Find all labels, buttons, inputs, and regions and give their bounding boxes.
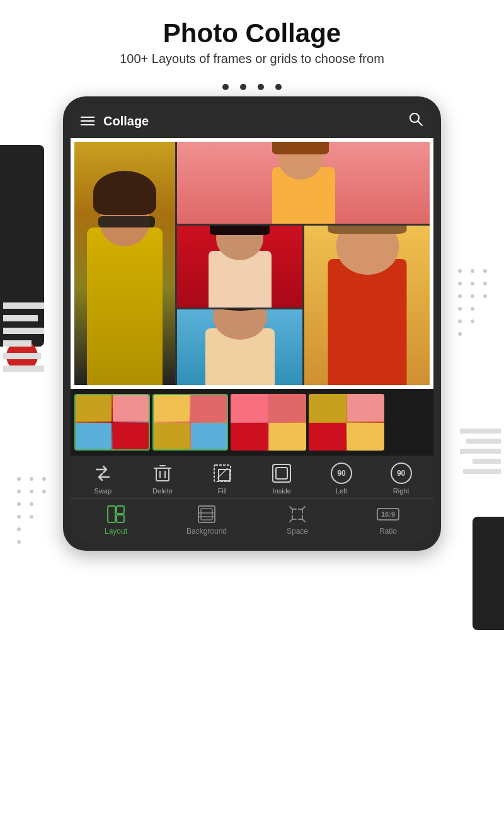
space-label: Space <box>287 527 308 536</box>
thumbnail-3[interactable] <box>231 394 306 451</box>
app-bar-left: Collage <box>81 114 149 129</box>
search-button[interactable] <box>408 112 423 130</box>
collage-cell-1[interactable] <box>74 142 175 385</box>
hamburger-line-2 <box>81 120 94 122</box>
svg-rect-45 <box>276 468 287 479</box>
rotate-right-tool[interactable]: 90 Right <box>382 462 420 495</box>
fill-tool[interactable]: Fill <box>203 462 241 495</box>
nav-layout[interactable]: Layout <box>91 504 141 536</box>
fill-icon <box>211 462 234 485</box>
page-root: Photo Collage 100+ Layouts of frames or … <box>0 0 504 840</box>
inside-tool[interactable]: Inside <box>263 462 301 495</box>
page-wrapper: Photo Collage 100+ Layouts of frames or … <box>0 0 504 551</box>
layout-icon <box>106 504 126 524</box>
collage-cell-4[interactable] <box>304 226 430 385</box>
dot-4[interactable] <box>275 84 282 90</box>
rotate-left-label: Left <box>336 487 347 495</box>
thumbnails-row <box>71 389 433 456</box>
right-badge: 90 <box>391 463 412 484</box>
svg-rect-48 <box>117 515 124 522</box>
page-title: Photo Collage <box>13 19 491 48</box>
dots-indicator <box>222 84 282 90</box>
bottom-nav: Layout Background <box>71 498 433 543</box>
delete-tool[interactable]: Delete <box>144 462 181 495</box>
swap-label: Swap <box>94 487 112 495</box>
rotate-right-label: Right <box>393 487 410 495</box>
swap-icon <box>91 462 114 485</box>
svg-rect-50 <box>201 509 212 520</box>
ratio-icon: 16:9 <box>378 504 398 524</box>
rotate-left-tool[interactable]: 90 Left <box>323 462 360 495</box>
delete-icon <box>151 462 174 485</box>
nav-space[interactable]: Space <box>272 504 323 536</box>
collage-cell-2[interactable] <box>177 142 430 224</box>
collage-cell-3[interactable] <box>177 226 302 308</box>
svg-rect-47 <box>117 506 124 514</box>
phone-mockup: Collage <box>63 96 441 551</box>
rotate-right-icon: 90 <box>390 462 413 485</box>
phone-inner: Collage <box>71 104 433 543</box>
hamburger-line-3 <box>81 124 94 125</box>
layout-label: Layout <box>105 527 127 536</box>
dot-1[interactable] <box>222 84 229 90</box>
hamburger-icon[interactable] <box>81 117 94 125</box>
app-bar: Collage <box>71 104 433 138</box>
dot-2[interactable] <box>240 84 246 90</box>
nav-ratio[interactable]: 16:9 Ratio <box>363 504 413 536</box>
inside-icon <box>270 462 293 485</box>
hamburger-line-1 <box>81 117 94 118</box>
thumbnail-1[interactable] <box>74 394 150 451</box>
collage-area <box>71 138 433 389</box>
background-label: Background <box>186 527 227 536</box>
thumbnail-4[interactable] <box>309 394 384 451</box>
svg-rect-39 <box>156 468 169 481</box>
ratio-label: Ratio <box>379 527 397 536</box>
page-subtitle: 100+ Layouts of frames or grids to choos… <box>13 52 491 66</box>
inside-label: Inside <box>273 487 291 495</box>
fill-label: Fill <box>218 487 227 495</box>
space-icon <box>287 504 307 524</box>
left-badge: 90 <box>331 463 352 484</box>
thumbnail-2[interactable] <box>152 394 228 451</box>
rotate-left-icon: 90 <box>330 462 353 485</box>
dot-3[interactable] <box>258 84 264 90</box>
delete-label: Delete <box>152 487 173 495</box>
swap-tool[interactable]: Swap <box>84 462 122 495</box>
nav-background[interactable]: Background <box>181 504 232 536</box>
svg-line-38 <box>418 121 422 125</box>
header-section: Photo Collage 100+ Layouts of frames or … <box>0 0 504 72</box>
collage-cell-5[interactable] <box>177 309 302 385</box>
svg-rect-46 <box>108 506 115 522</box>
app-bar-title: Collage <box>103 114 149 129</box>
background-icon <box>197 504 217 524</box>
toolbar: Swap Delete <box>71 456 433 498</box>
deco-white-circle <box>428 664 504 752</box>
